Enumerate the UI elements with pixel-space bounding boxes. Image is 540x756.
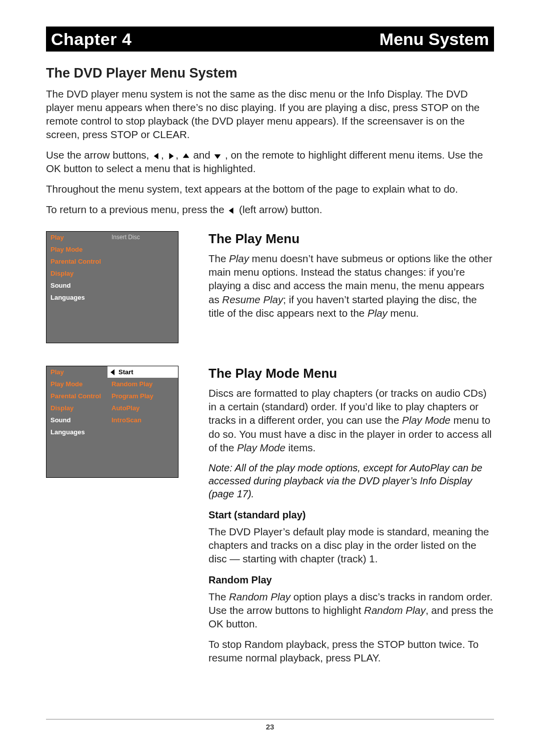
- random-body-2: To stop Random playback, press the STOP …: [208, 637, 494, 664]
- menu1-status: Insert Disc: [108, 232, 178, 243]
- intro-paragraph-3: Throughout the menu system, text appears…: [46, 182, 494, 196]
- play-menu-title: The Play Menu: [208, 231, 494, 247]
- menu-screenshot-1: Play Insert Disc Play Mode Parental Cont…: [46, 231, 191, 343]
- arrow-left-icon: [152, 152, 161, 161]
- chapter-label: Chapter 4: [51, 30, 132, 49]
- menu-screenshot-2: Play Start Play ModeRandom Play Parental…: [46, 366, 191, 671]
- menu1-item-languages: Languages: [46, 292, 108, 303]
- intro-paragraph-4: To return to a previous menu, press the …: [46, 203, 494, 216]
- menu2-right-start: Start: [108, 366, 178, 378]
- arrow-left-icon: [227, 206, 236, 215]
- menu1-item-playmode: Play Mode: [46, 244, 108, 255]
- menu2-right-introscan: IntroScan: [108, 414, 178, 426]
- arrow-down-icon: [213, 152, 222, 161]
- menu2-right-program: Program Play: [108, 390, 178, 402]
- menu2-item-display: Display: [46, 402, 108, 414]
- menu2-item-languages: Languages: [46, 426, 108, 438]
- svg-marker-2: [182, 153, 189, 158]
- menu2-item-parental: Parental Control: [46, 390, 108, 402]
- random-subtitle: Random Play: [208, 574, 494, 586]
- menu1-row-play: Play Insert Disc: [46, 232, 178, 244]
- play-mode-note: Note: All of the play mode options, exce…: [208, 461, 494, 500]
- play-menu-body: The Play menu doesn’t have submeus or op…: [208, 252, 494, 319]
- menu2-item-playmode: Play Mode: [46, 378, 108, 390]
- svg-marker-3: [214, 154, 221, 159]
- svg-marker-1: [170, 153, 174, 159]
- chevron-left-icon: [110, 369, 114, 375]
- play-mode-title: The Play Mode Menu: [208, 366, 494, 381]
- row-play-menu: Play Insert Disc Play Mode Parental Cont…: [46, 231, 494, 343]
- p2-text-a: Use the arrow buttons,: [46, 149, 152, 161]
- play-menu-text: The Play Menu The Play menu doesn’t have…: [208, 231, 494, 343]
- chapter-header-bar: Chapter 4 Menu System: [46, 27, 494, 52]
- chapter-system-label: Menu System: [380, 30, 489, 49]
- start-body: The DVD Player’s default play mode is st…: [208, 525, 494, 565]
- menu2-right-autoplay: AutoPlay: [108, 402, 178, 414]
- p4-b: (left arrow) button.: [239, 204, 322, 215]
- menu-box-1: Play Insert Disc Play Mode Parental Cont…: [46, 231, 178, 343]
- row-play-mode-menu: Play Start Play ModeRandom Play Parental…: [46, 366, 494, 671]
- menu1-item-parental: Parental Control: [46, 256, 108, 267]
- p2-and: and: [193, 149, 213, 161]
- p4-a: To return to a previous menu, press the: [46, 204, 227, 215]
- menu2-item-sound: Sound: [46, 414, 108, 426]
- menu1-item-play: Play: [46, 232, 108, 243]
- section-title: The DVD Player Menu System: [46, 66, 494, 81]
- arrow-up-icon: [182, 152, 190, 161]
- svg-marker-0: [154, 153, 158, 159]
- menu-box-2: Play Start Play ModeRandom Play Parental…: [46, 366, 178, 478]
- play-mode-body: Discs are formatted to play chapters (or…: [208, 386, 494, 454]
- intro-paragraph-2: Use the arrow buttons, , , and , on the …: [46, 148, 494, 175]
- menu2-item-play: Play: [46, 366, 108, 378]
- menu1-item-sound: Sound: [46, 280, 108, 291]
- menu1-item-display: Display: [46, 268, 108, 279]
- random-body-1: The Random Play option plays a disc’s tr…: [208, 590, 494, 630]
- svg-marker-4: [229, 208, 234, 214]
- intro-paragraph-1: The DVD player menu system is not the sa…: [46, 87, 494, 141]
- manual-page: Chapter 4 Menu System The DVD Player Men…: [0, 0, 540, 756]
- arrow-right-icon: [166, 152, 176, 161]
- page-number: 23: [266, 722, 274, 731]
- play-mode-text: The Play Mode Menu Discs are formatted t…: [208, 366, 494, 671]
- menu2-row-play: Play Start: [46, 366, 178, 378]
- page-footer: 23: [46, 719, 494, 731]
- menu2-right-random: Random Play: [108, 378, 178, 390]
- start-subtitle: Start (standard play): [208, 509, 494, 521]
